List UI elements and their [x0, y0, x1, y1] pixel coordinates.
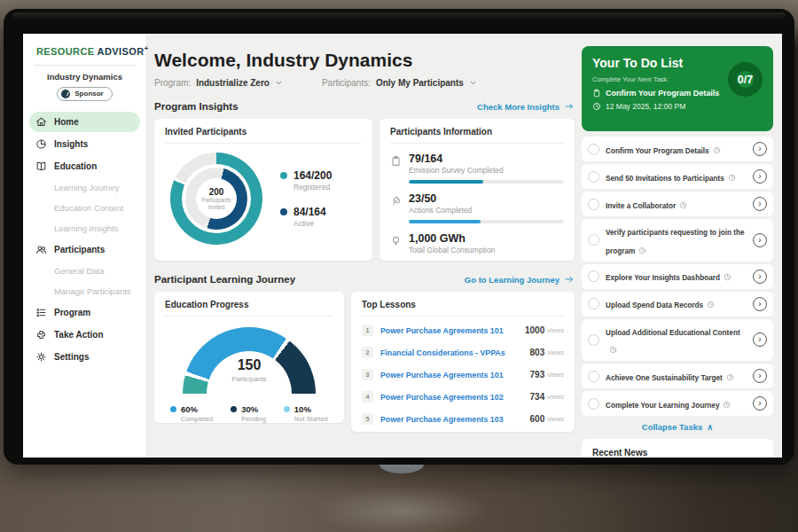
invited-participants-donut-chart: 200 Participants Invited	[170, 153, 262, 245]
todo-panel: Your To Do List Complete Your Next Task:…	[582, 46, 773, 458]
task-list: Confirm Your Program Details › Send 50 I…	[582, 137, 773, 416]
clock-icon	[679, 201, 687, 209]
sidebar-item[interactable]: Home	[29, 112, 140, 132]
nav-icon	[35, 138, 47, 150]
lesson-link[interactable]: Power Purchase Agreements 103	[380, 415, 530, 424]
gauge-center-value: 150	[183, 357, 316, 373]
task-checkbox[interactable]	[588, 334, 599, 346]
sidebar-item[interactable]: Take Action	[29, 325, 140, 345]
sidebar-item-label: General Data	[54, 266, 105, 276]
sidebar-item[interactable]: Participants	[29, 239, 140, 260]
clock-icon	[713, 146, 721, 154]
clock-icon	[724, 273, 732, 281]
task-label: Explore Your Insights Dashboard	[606, 274, 720, 282]
logo-text-advisor: ADVISOR	[98, 46, 145, 57]
task-open-button[interactable]: ›	[753, 332, 767, 347]
sidebar-item[interactable]: Education Content	[29, 199, 140, 217]
lesson-views-suffix: views	[547, 415, 564, 423]
chevron-right-icon: ›	[758, 372, 761, 380]
logo-plus: +	[145, 44, 149, 52]
card-title: Education Progress	[165, 300, 333, 317]
stat-value: 1,000 GWh	[409, 232, 564, 245]
lesson-row: 4 Power Purchase Agreements 102 734 view…	[362, 383, 564, 405]
task-label: Verify participants requesting to join t…	[606, 229, 745, 255]
nav-icon	[35, 244, 47, 255]
task-open-button[interactable]: ›	[753, 270, 767, 284]
task-row: Upload Additional Educational Content ›	[582, 319, 773, 362]
todo-next-task: Confirm Your Program Details	[606, 89, 719, 98]
clock-icon	[728, 174, 736, 182]
task-row: Complete Your Learning Journey ›	[582, 391, 773, 416]
sidebar-item[interactable]: Manage Participants	[29, 282, 140, 301]
lesson-views-value: 803	[530, 348, 545, 357]
sidebar-item-label: Participants	[54, 245, 105, 254]
participants-information-card: Participants Information 79/164 Emission…	[379, 119, 575, 261]
task-row: Confirm Your Program Details ›	[582, 137, 773, 161]
filter-label: Program:	[154, 78, 191, 88]
task-row: Achieve One Sustainability Target ›	[582, 364, 773, 388]
section-title-learning-journey: Participant Learning Journey	[154, 274, 295, 285]
sidebar-item-label: Learning Journey	[54, 183, 119, 192]
lesson-views-suffix: views	[547, 393, 564, 401]
task-open-button[interactable]: ›	[753, 396, 767, 411]
legend-label: Active	[293, 219, 326, 228]
clock-icon	[726, 373, 734, 381]
scene: RESOURCE ADVISOR+ Industry Dynamics Spon…	[0, 0, 798, 532]
sidebar-item[interactable]: Insights	[29, 134, 140, 154]
task-checkbox[interactable]	[588, 199, 599, 210]
sidebar-item[interactable]: Learning Insights	[29, 219, 140, 238]
task-open-button[interactable]: ›	[753, 142, 767, 156]
legend-percent: 60%	[181, 404, 213, 414]
lesson-link[interactable]: Power Purchase Agreements 102	[380, 393, 530, 402]
sponsor-badge-label: Sponsor	[74, 90, 103, 98]
sidebar-item[interactable]: Program	[29, 302, 140, 323]
sidebar-item-label: Insights	[54, 139, 88, 149]
task-checkbox[interactable]	[588, 398, 599, 410]
stat-label: Total Global Consumption	[409, 246, 564, 254]
legend-value: 164/200	[293, 169, 332, 182]
task-label: Upload Additional Educational Content	[606, 329, 740, 337]
donut-legend: 164/200 Registered 84/164	[280, 169, 332, 228]
stat-icon	[390, 235, 402, 246]
legend-dot	[280, 208, 287, 215]
task-open-button[interactable]: ›	[753, 369, 767, 383]
task-checkbox[interactable]	[588, 371, 599, 382]
app-window: RESOURCE ADVISOR+ Industry Dynamics Spon…	[23, 34, 782, 458]
stat-label: Emission Survey Completed	[409, 166, 564, 175]
task-row: Explore Your Insights Dashboard ›	[582, 264, 773, 289]
lesson-link[interactable]: Power Purchase Agreements 101	[380, 371, 530, 379]
task-checkbox[interactable]	[588, 171, 599, 183]
filter-dropdown[interactable]: Program: Industrialize Zero	[154, 78, 283, 88]
lesson-row: 1 Power Purchase Agreements 101 1000 vie…	[362, 317, 564, 339]
chevron-right-icon: ›	[758, 272, 761, 281]
sidebar-item[interactable]: General Data	[29, 262, 140, 280]
task-open-button[interactable]: ›	[753, 169, 767, 184]
sidebar-item[interactable]: Settings	[29, 347, 140, 367]
task-open-button[interactable]: ›	[753, 197, 767, 211]
clock-icon	[609, 346, 617, 354]
filter-dropdown[interactable]: Participants: Only My Participants	[322, 78, 477, 88]
task-checkbox[interactable]	[588, 144, 599, 155]
task-row: Upload Spend Data Records ›	[582, 292, 773, 317]
arrow-right-icon	[564, 101, 575, 112]
lesson-views-value: 793	[530, 370, 545, 379]
task-label: Send 50 Invitations to Participants	[606, 175, 724, 183]
card-title: Invited Participants	[165, 127, 362, 144]
sidebar-item[interactable]: Learning Journey	[29, 178, 140, 197]
sidebar-item-label: Education	[54, 161, 97, 171]
todo-progress-ring: 0/7	[728, 62, 763, 97]
task-checkbox[interactable]	[588, 298, 599, 309]
go-to-learning-journey-link[interactable]: Go to Learning Journey	[465, 274, 575, 285]
sidebar-item[interactable]: Education	[29, 156, 140, 176]
check-more-insights-link[interactable]: Check More Insights	[477, 101, 575, 112]
collapse-tasks-link[interactable]: Collapse Tasks ∧	[642, 422, 713, 432]
task-checkbox[interactable]	[588, 234, 599, 246]
task-open-button[interactable]: ›	[753, 233, 767, 247]
progress-bar	[409, 220, 564, 223]
lesson-link[interactable]: Financial Considerations - VPPAs	[380, 348, 530, 357]
task-open-button[interactable]: ›	[753, 297, 767, 311]
sponsor-badge[interactable]: Sponsor	[57, 87, 112, 101]
task-checkbox[interactable]	[588, 270, 599, 282]
lesson-link[interactable]: Power Purchase Agreements 101	[380, 326, 525, 335]
lesson-rank: 2	[362, 347, 373, 358]
